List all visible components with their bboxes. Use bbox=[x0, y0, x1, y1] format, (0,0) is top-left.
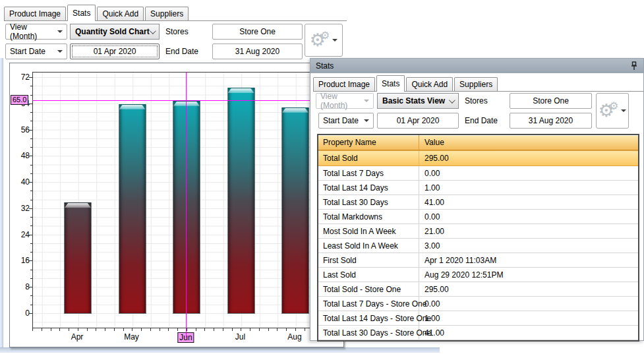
crosshair-value-label: 65.0 bbox=[11, 95, 28, 105]
pin-icon[interactable] bbox=[630, 61, 638, 71]
property-name-cell: Total Last 30 Days bbox=[318, 195, 419, 209]
x-axis-tick bbox=[168, 328, 169, 331]
crosshair-vertical-line bbox=[186, 72, 187, 338]
y-axis-minor-tick bbox=[30, 147, 32, 148]
tab-stats[interactable]: Stats bbox=[67, 5, 96, 21]
tab-label: Stats bbox=[382, 79, 399, 88]
property-name-cell: Total Last 14 Days bbox=[318, 181, 419, 194]
y-axis-minor-tick bbox=[30, 112, 32, 113]
y-axis-label: 0 bbox=[10, 309, 30, 318]
bar-aug[interactable] bbox=[281, 107, 309, 314]
stores-label: Stores bbox=[465, 93, 488, 109]
value-cell: 41.00 bbox=[419, 326, 638, 340]
tab-product-image[interactable]: Product Image bbox=[4, 7, 66, 20]
y-axis-minor-tick bbox=[30, 121, 32, 121]
column-header-property-name[interactable]: Property Name bbox=[318, 135, 419, 150]
view-month-dropdown[interactable]: View (Month) bbox=[5, 24, 67, 40]
value-cell: 295.00 bbox=[419, 282, 638, 296]
store-one-button[interactable]: Store One bbox=[212, 24, 303, 40]
value-cell: 3.00 bbox=[419, 239, 638, 253]
table-row[interactable]: Total Last 7 Days - Store One0.00 bbox=[318, 297, 638, 311]
dropdown-arrow-icon bbox=[364, 119, 369, 122]
tab-quick-add[interactable]: Quick Add bbox=[406, 77, 453, 91]
tab-label: Quick Add bbox=[411, 80, 448, 89]
tab-suppliers[interactable]: Suppliers bbox=[145, 7, 189, 20]
view-month-dropdown-disabled: View (Month) bbox=[316, 93, 374, 109]
end-date-label: End Date bbox=[165, 44, 198, 59]
table-row[interactable]: Total Sold - Store One295.00 bbox=[318, 282, 638, 297]
chart-type-value: Quantity Sold Chart bbox=[75, 27, 150, 36]
view-month-label: View (Month) bbox=[10, 22, 53, 41]
table-row[interactable]: Most Sold In A Week21.00 bbox=[318, 224, 638, 239]
start-date-value: 01 Apr 2020 bbox=[94, 47, 136, 56]
x-axis-tick bbox=[141, 328, 142, 331]
quantity-sold-chart-panel: 081624324048566472AprMayJunJulAug65.0 bbox=[9, 63, 344, 347]
store-one-button[interactable]: Store One bbox=[510, 93, 592, 109]
tab-stats[interactable]: Stats bbox=[376, 75, 405, 92]
settings-gear-button[interactable]: ⚙⚙ bbox=[596, 93, 629, 129]
stats-view-value: Basic Stats View bbox=[382, 96, 445, 105]
x-axis-tick bbox=[32, 328, 33, 331]
stats-table-header[interactable]: Property Name Value bbox=[318, 135, 638, 150]
y-axis-label: 8 bbox=[10, 282, 30, 291]
start-date-button[interactable]: 01 Apr 2020 bbox=[70, 44, 160, 59]
bar-apr[interactable] bbox=[64, 202, 92, 314]
table-row[interactable]: Total Sold295.00 bbox=[318, 150, 638, 166]
stats-view-select[interactable]: Basic Stats View bbox=[377, 93, 459, 109]
y-axis-tick bbox=[29, 313, 32, 314]
settings-gear-button[interactable]: ⚙⚙ bbox=[305, 24, 343, 57]
table-row[interactable]: Last SoldAug 29 2020 12:51PM bbox=[318, 268, 638, 282]
chart-plot-area[interactable] bbox=[32, 72, 334, 328]
table-row[interactable]: Total Last 30 Days41.00 bbox=[318, 195, 638, 210]
window-bottom-edge[interactable] bbox=[0, 347, 440, 353]
table-row[interactable]: First SoldApr 1 2020 11:03AM bbox=[318, 253, 638, 268]
bar-may[interactable] bbox=[119, 104, 146, 314]
x-axis-tick bbox=[232, 328, 233, 331]
table-row[interactable]: Total Last 14 Days1.00 bbox=[318, 181, 638, 195]
x-axis-tick bbox=[96, 328, 96, 331]
value-cell: 41.00 bbox=[419, 195, 638, 209]
dropdown-arrow-icon bbox=[332, 39, 337, 42]
end-date-button[interactable]: 31 Aug 2020 bbox=[212, 44, 303, 59]
column-header-value[interactable]: Value bbox=[419, 135, 638, 150]
value-cell: 0.00 bbox=[419, 297, 638, 311]
stats-panel-title-bar[interactable]: Stats bbox=[310, 59, 643, 73]
x-axis-tick bbox=[78, 328, 78, 331]
start-date-label: Start Date bbox=[10, 47, 45, 56]
tab-suppliers[interactable]: Suppliers bbox=[454, 77, 498, 91]
stats-table: Property Name Value Total Sold295.00Tota… bbox=[317, 134, 639, 342]
property-name-cell: Last Sold bbox=[318, 268, 419, 282]
tab-label: Suppliers bbox=[459, 80, 492, 89]
bar-jun[interactable] bbox=[173, 101, 200, 314]
y-axis-minor-tick bbox=[30, 225, 32, 226]
end-date-button[interactable]: 31 Aug 2020 bbox=[510, 113, 592, 129]
y-axis-minor-tick bbox=[30, 278, 32, 279]
end-date-value: 31 Aug 2020 bbox=[235, 47, 279, 56]
tab-quick-add[interactable]: Quick Add bbox=[97, 7, 144, 20]
x-axis-tick bbox=[241, 328, 241, 331]
y-axis-minor-tick bbox=[30, 191, 32, 191]
start-date-dropdown[interactable]: Start Date bbox=[5, 44, 67, 59]
chevron-down-icon bbox=[150, 28, 156, 34]
stores-label: Stores bbox=[165, 24, 189, 40]
chart-type-select[interactable]: Quantity Sold Chart bbox=[70, 24, 160, 40]
stats-table-body: Total Sold295.00Total Last 7 Days0.00Tot… bbox=[318, 150, 638, 340]
start-date-dropdown[interactable]: Start Date bbox=[318, 113, 374, 129]
y-axis-tick bbox=[29, 208, 32, 209]
window-left-edge[interactable] bbox=[0, 58, 3, 353]
application-window: Product Image Stats Quick Add Suppliers … bbox=[0, 0, 644, 358]
x-axis-tick bbox=[177, 328, 178, 331]
table-row[interactable]: Total Last 30 Days - Store One41.00 bbox=[318, 326, 638, 340]
y-axis-minor-tick bbox=[30, 138, 32, 139]
table-row[interactable]: Total Last 14 Days - Store One1.00 bbox=[318, 311, 638, 326]
start-date-button[interactable]: 01 Apr 2020 bbox=[377, 113, 459, 129]
property-name-cell: Most Sold In A Week bbox=[318, 224, 419, 238]
table-row[interactable]: Total Markdowns0.00 bbox=[318, 210, 638, 224]
x-axis-tick bbox=[123, 328, 124, 331]
y-axis-label: 48 bbox=[10, 151, 30, 160]
table-row[interactable]: Least Sold In A Week3.00 bbox=[318, 239, 638, 253]
bar-jul[interactable] bbox=[227, 88, 255, 314]
table-row[interactable]: Total Last 7 Days0.00 bbox=[318, 166, 638, 181]
tab-product-image[interactable]: Product Image bbox=[313, 77, 375, 91]
value-cell: 0.00 bbox=[419, 210, 638, 224]
